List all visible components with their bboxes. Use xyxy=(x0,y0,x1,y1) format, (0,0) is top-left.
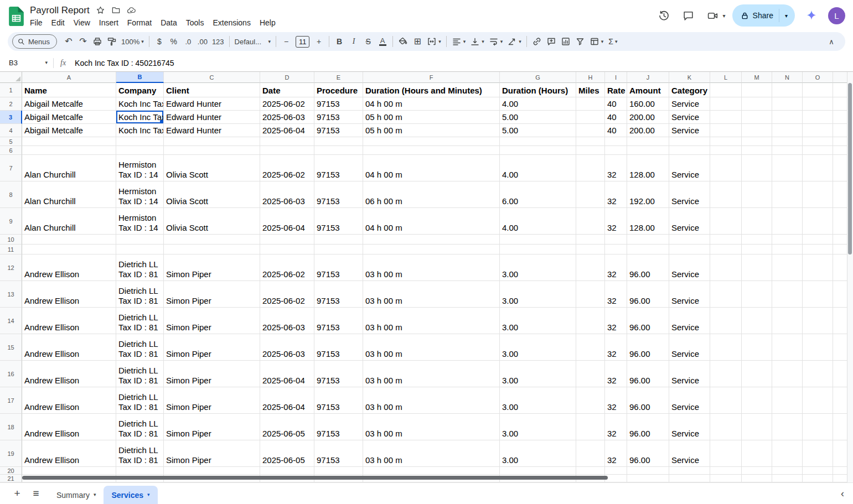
cell-J18[interactable]: 96.00 xyxy=(627,414,669,440)
cell-C10[interactable] xyxy=(164,235,260,245)
cell-E17[interactable]: 97153 xyxy=(314,387,363,414)
cell-H11[interactable] xyxy=(576,245,605,254)
row-header-12[interactable]: 12 xyxy=(0,254,22,281)
cell-I14[interactable]: 32 xyxy=(605,308,627,334)
cell-B1[interactable]: Company xyxy=(116,83,164,97)
cloud-status-icon[interactable] xyxy=(127,6,136,15)
merge-cells-button[interactable]: ▾ xyxy=(425,34,443,49)
cell-H6[interactable] xyxy=(576,146,605,155)
cell-M19[interactable] xyxy=(742,440,772,467)
cell-K11[interactable] xyxy=(669,245,710,254)
cell-I19[interactable]: 32 xyxy=(605,440,627,467)
cell-H13[interactable] xyxy=(576,281,605,308)
cell-J17[interactable]: 96.00 xyxy=(627,387,669,414)
cell-J4[interactable]: 200.00 xyxy=(627,124,669,137)
cell-C4[interactable]: Edward Hunter xyxy=(164,124,260,137)
cell-D1[interactable]: Date xyxy=(260,83,314,97)
cell-J19[interactable]: 96.00 xyxy=(627,440,669,467)
cell-C11[interactable] xyxy=(164,245,260,254)
increase-font-size-button[interactable]: + xyxy=(312,34,326,49)
cell-I13[interactable]: 32 xyxy=(605,281,627,308)
cell-E11[interactable] xyxy=(314,245,363,254)
cell-F2[interactable]: 04 h 00 m xyxy=(363,97,500,111)
cell-O3[interactable] xyxy=(803,111,833,124)
cell-D7[interactable]: 2025-06-02 xyxy=(260,155,314,181)
cell-N18[interactable] xyxy=(772,414,803,440)
cell-F4[interactable]: 05 h 00 m xyxy=(363,124,500,137)
row-header-13[interactable]: 13 xyxy=(0,281,22,308)
cell-C9[interactable]: Olivia Scott xyxy=(164,208,260,235)
cell-M1[interactable] xyxy=(742,83,772,97)
cell-J11[interactable] xyxy=(627,245,669,254)
cell-E1[interactable]: Procedure xyxy=(314,83,363,97)
filter-views-button[interactable]: ▾ xyxy=(587,34,606,49)
cell-N9[interactable] xyxy=(772,208,803,235)
select-all-corner[interactable] xyxy=(0,72,22,83)
cell-L8[interactable] xyxy=(710,181,742,208)
cell-L15[interactable] xyxy=(710,334,742,361)
cell-F3[interactable]: 05 h 00 m xyxy=(363,111,500,124)
menu-tools[interactable]: Tools xyxy=(182,18,209,28)
cell-D9[interactable]: 2025-06-04 xyxy=(260,208,314,235)
row-header-18[interactable]: 18 xyxy=(0,414,22,440)
cell-J16[interactable]: 96.00 xyxy=(627,361,669,387)
cell-J7[interactable]: 128.00 xyxy=(627,155,669,181)
cell-E14[interactable]: 97153 xyxy=(314,308,363,334)
cell-B10[interactable] xyxy=(116,235,164,245)
insert-link-button[interactable] xyxy=(530,34,544,49)
cell-G6[interactable] xyxy=(500,146,576,155)
print-button[interactable] xyxy=(90,34,105,49)
cell-J3[interactable]: 200.00 xyxy=(627,111,669,124)
cell-G9[interactable]: 4.00 xyxy=(500,208,576,235)
vertical-align-button[interactable]: ▾ xyxy=(468,34,487,49)
cell-J6[interactable] xyxy=(627,146,669,155)
cell-A15[interactable]: Andrew Ellison xyxy=(22,334,116,361)
row-header-9[interactable]: 9 xyxy=(0,208,22,235)
cell-C7[interactable]: Olivia Scott xyxy=(164,155,260,181)
cell-N17[interactable] xyxy=(772,387,803,414)
column-header-K[interactable]: K xyxy=(669,72,710,83)
cell-L3[interactable] xyxy=(710,111,742,124)
increase-decimal-button[interactable]: .00 xyxy=(195,34,210,49)
create-filter-button[interactable] xyxy=(573,34,587,49)
cell-C6[interactable] xyxy=(164,146,260,155)
menu-edit[interactable]: Edit xyxy=(47,18,69,28)
cell-A20[interactable] xyxy=(22,467,116,475)
cell-K9[interactable]: Service xyxy=(669,208,710,235)
cell-O5[interactable] xyxy=(803,137,833,146)
star-icon[interactable] xyxy=(96,6,105,15)
cell-H19[interactable] xyxy=(576,440,605,467)
cell-B18[interactable]: Dietrich LL Tax ID : 81 xyxy=(116,414,164,440)
cell-B19[interactable]: Dietrich LL Tax ID : 81 xyxy=(116,440,164,467)
cell-M13[interactable] xyxy=(742,281,772,308)
cell-D14[interactable]: 2025-06-03 xyxy=(260,308,314,334)
cell-I6[interactable] xyxy=(605,146,627,155)
cell-F7[interactable]: 04 h 00 m xyxy=(363,155,500,181)
cell-C1[interactable]: Client xyxy=(164,83,260,97)
cell-stub2[interactable] xyxy=(833,97,847,111)
cell-K3[interactable]: Service xyxy=(669,111,710,124)
cell-J2[interactable]: 160.00 xyxy=(627,97,669,111)
cell-G3[interactable]: 5.00 xyxy=(500,111,576,124)
paint-format-button[interactable] xyxy=(105,34,119,49)
cell-L20[interactable] xyxy=(710,467,742,475)
row-header-21[interactable]: 21 xyxy=(0,475,22,482)
cell-J1[interactable]: Amount xyxy=(627,83,669,97)
cell-stub12[interactable] xyxy=(833,254,847,281)
cell-M5[interactable] xyxy=(742,137,772,146)
cell-B2[interactable]: Koch Inc Tax ID : 450216745 xyxy=(116,97,164,111)
menu-insert[interactable]: Insert xyxy=(95,18,123,28)
cell-G18[interactable]: 3.00 xyxy=(500,414,576,440)
tab-caret-icon[interactable]: ▾ xyxy=(94,492,96,497)
cell-B12[interactable]: Dietrich LL Tax ID : 81 xyxy=(116,254,164,281)
menu-extensions[interactable]: Extensions xyxy=(208,18,255,28)
cell-K7[interactable]: Service xyxy=(669,155,710,181)
column-header-E[interactable]: E xyxy=(314,72,363,83)
text-color-button[interactable]: A xyxy=(375,34,390,49)
menu-view[interactable]: View xyxy=(69,18,95,28)
cell-C3[interactable]: Edward Hunter xyxy=(164,111,260,124)
cell-K18[interactable]: Service xyxy=(669,414,710,440)
cell-F20[interactable] xyxy=(363,467,500,475)
cell-F15[interactable]: 03 h 00 m xyxy=(363,334,500,361)
cell-D10[interactable] xyxy=(260,235,314,245)
